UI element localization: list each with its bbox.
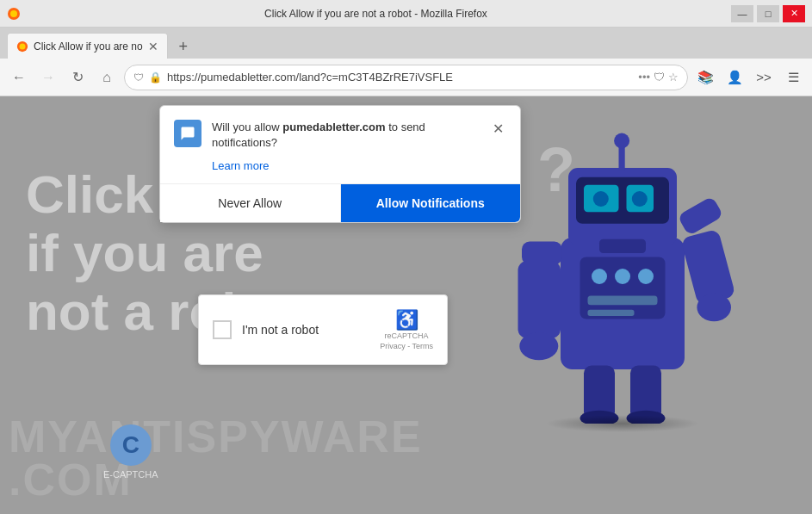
popup-domain: pumedabletter.com [282, 121, 385, 133]
secure-icon: 🔒 [149, 71, 162, 84]
more-icon[interactable]: ••• [638, 71, 650, 84]
svg-point-22 [519, 332, 558, 360]
close-button[interactable]: ✕ [783, 5, 805, 22]
svg-rect-23 [677, 195, 723, 236]
home-button[interactable]: ⌂ [95, 65, 119, 90]
svg-rect-21 [518, 261, 561, 338]
popup-buttons: Never Allow Allow Notifications [160, 183, 520, 222]
address-actions: ••• 🛡 ☆ [638, 71, 679, 84]
back-button[interactable]: ← [7, 65, 31, 90]
svg-rect-19 [599, 239, 646, 253]
toolbar-icons: 📚 👤 >> ☰ [693, 65, 805, 90]
browser-window: Click Allow if you are not a robot - Moz… [0, 0, 812, 514]
tab-favicon [16, 40, 28, 53]
never-allow-button[interactable]: Never Allow [160, 184, 341, 222]
window-controls: — □ ✕ [731, 5, 805, 22]
captcha-label: I'm not a robot [242, 323, 369, 337]
firefox-logo [7, 7, 21, 21]
svg-point-18 [614, 133, 629, 149]
window-title: Click Allow if you are not a robot - Moz… [28, 8, 724, 20]
svg-point-7 [615, 269, 630, 284]
title-bar: Click Allow if you are not a robot - Moz… [0, 0, 812, 28]
popup-close-button[interactable]: ✕ [489, 120, 506, 137]
svg-point-3 [20, 43, 26, 49]
ecaptcha-icon: C [110, 424, 152, 466]
forward-button[interactable]: → [36, 65, 60, 90]
notification-popup: Will you allow pumedabletter.com to send… [159, 105, 521, 223]
captcha-links: Privacy - Terms [380, 342, 433, 350]
allow-notifications-button[interactable]: Allow Notifications [341, 184, 521, 222]
tab-close-icon[interactable]: ✕ [148, 40, 158, 53]
lock-icon: 🛡 [133, 71, 144, 84]
svg-rect-10 [588, 310, 635, 316]
maximize-button[interactable]: □ [757, 5, 779, 22]
svg-rect-9 [588, 296, 658, 306]
robot-shadow [545, 415, 700, 432]
captcha-widget: I'm not a robot ♿ reCAPTCHA Privacy - Te… [198, 294, 448, 365]
recaptcha-icon: ♿ [395, 309, 418, 331]
active-tab[interactable]: Click Allow if you are no ✕ [7, 33, 168, 59]
svg-point-25 [697, 294, 731, 321]
svg-point-1 [10, 10, 17, 17]
refresh-button[interactable]: ↻ [65, 65, 90, 90]
captcha-checkbox[interactable] [213, 320, 232, 339]
notification-icon [174, 120, 201, 147]
menu-icon[interactable]: ☰ [781, 65, 805, 90]
svg-point-8 [638, 269, 654, 284]
extensions-icon[interactable]: >> [752, 65, 776, 90]
nav-bar: ← → ↻ ⌂ 🛡 🔒 https://pumedabletter.com/la… [0, 59, 812, 96]
ecaptcha-label: E-CAPTCHA [103, 469, 158, 480]
svg-text:?: ? [537, 135, 575, 204]
minimize-button[interactable]: — [731, 5, 753, 22]
tab-bar: Click Allow if you are no ✕ + [0, 28, 812, 59]
library-icon[interactable]: 📚 [693, 65, 717, 90]
address-bar[interactable]: 🛡 🔒 https://pumedabletter.com/land?c=mC3… [124, 65, 688, 90]
shield-icon[interactable]: 🛡 [654, 71, 665, 84]
page-content: MYANTISPYWARE .COM Click Allow if you ar… [0, 96, 812, 514]
robot-illustration: ? [502, 114, 743, 424]
tab-label: Click Allow if you are no [34, 40, 143, 53]
popup-text: Will you allow pumedabletter.com to send… [212, 120, 479, 151]
captcha-brand: reCAPTCHA [385, 331, 429, 340]
sync-icon[interactable]: 👤 [722, 65, 747, 90]
captcha-logo-area: ♿ reCAPTCHA Privacy - Terms [380, 309, 433, 350]
bookmark-icon[interactable]: ☆ [668, 71, 679, 84]
svg-point-16 [632, 191, 648, 207]
ecaptcha-area: C E-CAPTCHA [103, 424, 158, 480]
new-tab-button[interactable]: + [171, 34, 195, 59]
url-display: https://pumedabletter.com/land?c=mC3T4BZ… [167, 71, 633, 84]
svg-point-15 [593, 191, 609, 207]
svg-point-6 [592, 269, 607, 284]
learn-more-link[interactable]: Learn more [212, 159, 269, 172]
popup-question: Will you allow pumedabletter.com to send… [212, 120, 479, 151]
popup-header: Will you allow pumedabletter.com to send… [160, 106, 520, 158]
svg-rect-17 [619, 145, 625, 171]
popup-learn-more: Learn more [160, 158, 520, 183]
